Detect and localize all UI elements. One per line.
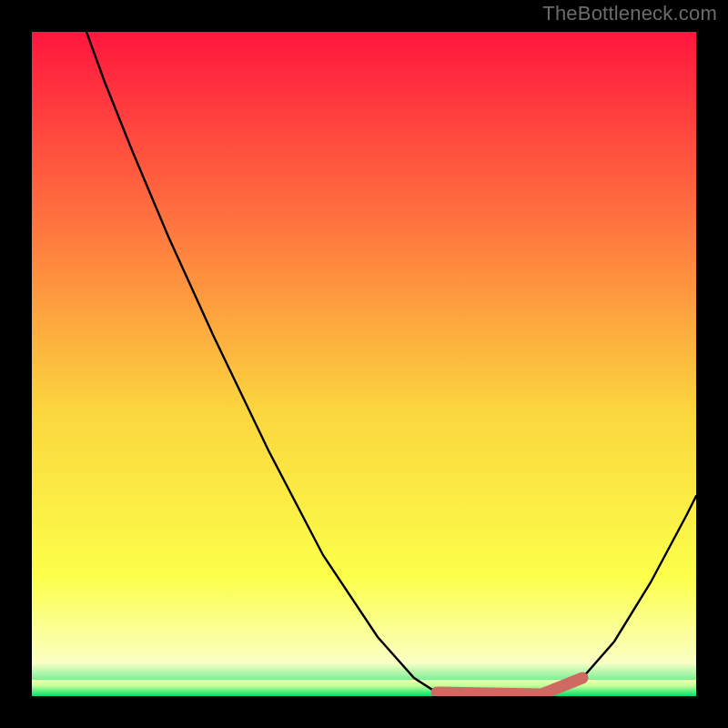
curve-layer xyxy=(32,32,696,696)
chart-stage: TheBottleneck.com xyxy=(0,0,728,728)
plot-area xyxy=(32,32,696,696)
watermark-text: TheBottleneck.com xyxy=(542,2,717,25)
optimal-range-marker xyxy=(437,678,582,694)
bottleneck-curve xyxy=(86,32,696,695)
